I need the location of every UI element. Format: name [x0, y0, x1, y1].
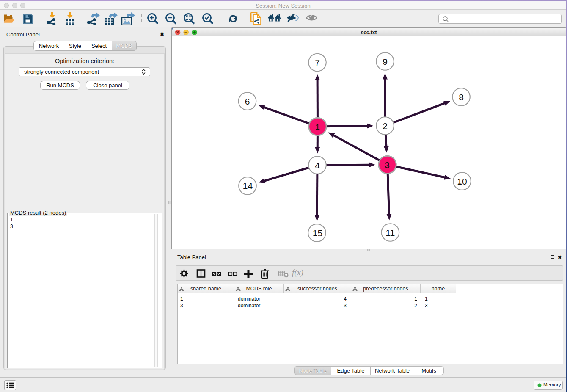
svg-text:1: 1 — [315, 122, 320, 132]
svg-text:14: 14 — [243, 181, 253, 190]
svg-text:6: 6 — [245, 97, 250, 106]
svg-text:7: 7 — [315, 58, 320, 67]
svg-text:15: 15 — [313, 228, 322, 238]
svg-text:9: 9 — [383, 57, 388, 66]
svg-text:2: 2 — [383, 121, 388, 131]
svg-text:8: 8 — [459, 92, 464, 102]
svg-text:11: 11 — [385, 228, 395, 237]
svg-text:4: 4 — [315, 160, 320, 170]
svg-text:3: 3 — [385, 160, 390, 170]
svg-text:10: 10 — [457, 177, 467, 186]
